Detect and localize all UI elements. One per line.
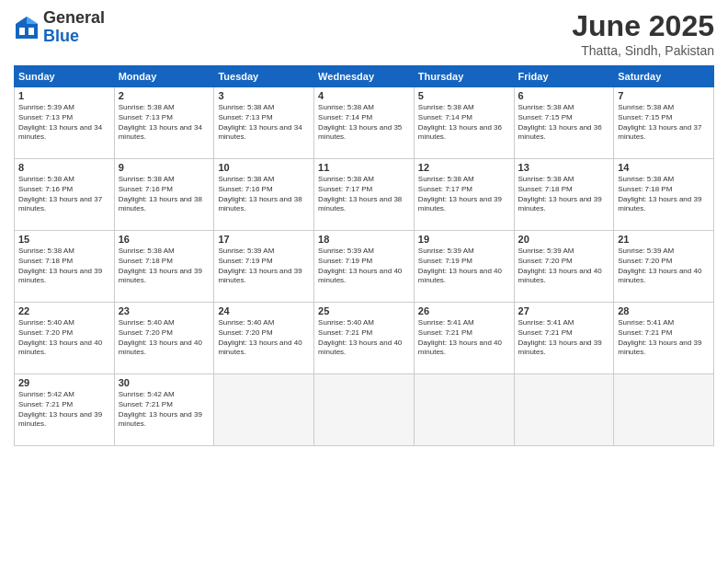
calendar-cell: 5 Sunrise: 5:38 AMSunset: 7:14 PMDayligh… (414, 87, 514, 159)
logo-general-text: General (43, 9, 105, 28)
header-cell-thursday: Thursday (414, 66, 514, 87)
day-number: 14 (618, 162, 710, 173)
logo-blue-text: Blue (43, 28, 105, 46)
day-info: Sunrise: 5:38 AMSunset: 7:15 PMDaylight:… (518, 103, 610, 143)
day-number: 23 (119, 305, 210, 316)
day-number: 2 (119, 90, 210, 101)
day-info: Sunrise: 5:38 AMSunset: 7:13 PMDaylight:… (119, 103, 210, 143)
day-info: Sunrise: 5:40 AMSunset: 7:20 PMDaylight:… (218, 318, 310, 358)
title-block: June 2025 Thatta, Sindh, Pakistan (572, 9, 714, 58)
calendar-cell (614, 374, 714, 446)
header-cell-monday: Monday (114, 66, 214, 87)
calendar-header: SundayMondayTuesdayWednesdayThursdayFrid… (15, 66, 714, 87)
svg-rect-2 (19, 28, 25, 35)
calendar-cell: 30 Sunrise: 5:42 AMSunset: 7:21 PMDaylig… (114, 374, 214, 446)
day-number: 30 (119, 377, 210, 388)
calendar-cell: 20 Sunrise: 5:39 AMSunset: 7:20 PMDaylig… (514, 231, 614, 303)
day-info: Sunrise: 5:39 AMSunset: 7:19 PMDaylight:… (318, 247, 410, 286)
day-number: 9 (119, 162, 210, 173)
day-info: Sunrise: 5:39 AMSunset: 7:19 PMDaylight:… (218, 247, 310, 286)
day-number: 20 (518, 234, 610, 245)
day-number: 19 (418, 234, 510, 245)
calendar-cell: 9 Sunrise: 5:38 AMSunset: 7:16 PMDayligh… (114, 159, 214, 231)
day-info: Sunrise: 5:38 AMSunset: 7:16 PMDaylight:… (18, 175, 110, 214)
day-number: 21 (618, 234, 710, 245)
calendar-table: SundayMondayTuesdayWednesdayThursdayFrid… (14, 65, 714, 446)
day-number: 8 (18, 162, 110, 173)
calendar-cell: 29 Sunrise: 5:42 AMSunset: 7:21 PMDaylig… (15, 374, 115, 446)
header-cell-tuesday: Tuesday (214, 66, 314, 87)
calendar-cell: 24 Sunrise: 5:40 AMSunset: 7:20 PMDaylig… (214, 303, 314, 374)
day-number: 11 (318, 162, 410, 173)
calendar-row-4: 29 Sunrise: 5:42 AMSunset: 7:21 PMDaylig… (15, 374, 714, 446)
day-number: 26 (418, 305, 510, 316)
day-number: 13 (518, 162, 610, 173)
calendar-row-2: 15 Sunrise: 5:38 AMSunset: 7:18 PMDaylig… (15, 231, 714, 303)
calendar-subtitle: Thatta, Sindh, Pakistan (572, 43, 714, 58)
day-info: Sunrise: 5:39 AMSunset: 7:20 PMDaylight:… (618, 247, 710, 286)
day-info: Sunrise: 5:41 AMSunset: 7:21 PMDaylight:… (518, 318, 610, 358)
day-info: Sunrise: 5:38 AMSunset: 7:17 PMDaylight:… (418, 175, 510, 214)
logo-text: General Blue (43, 9, 105, 46)
calendar-cell (214, 374, 314, 446)
day-number: 4 (318, 90, 410, 101)
day-info: Sunrise: 5:40 AMSunset: 7:21 PMDaylight:… (318, 318, 410, 358)
header: General Blue June 2025 Thatta, Sindh, Pa… (14, 9, 714, 58)
calendar-cell: 7 Sunrise: 5:38 AMSunset: 7:15 PMDayligh… (614, 87, 714, 159)
calendar-cell (414, 374, 514, 446)
day-info: Sunrise: 5:41 AMSunset: 7:21 PMDaylight:… (618, 318, 710, 358)
day-info: Sunrise: 5:38 AMSunset: 7:13 PMDaylight:… (218, 103, 310, 143)
header-cell-friday: Friday (514, 66, 614, 87)
calendar-cell: 27 Sunrise: 5:41 AMSunset: 7:21 PMDaylig… (514, 303, 614, 374)
calendar-row-3: 22 Sunrise: 5:40 AMSunset: 7:20 PMDaylig… (15, 303, 714, 374)
day-number: 15 (18, 234, 110, 245)
day-number: 22 (18, 305, 110, 316)
calendar-cell: 15 Sunrise: 5:38 AMSunset: 7:18 PMDaylig… (15, 231, 115, 303)
day-number: 29 (18, 377, 110, 388)
day-info: Sunrise: 5:42 AMSunset: 7:21 PMDaylight:… (18, 390, 110, 430)
day-info: Sunrise: 5:39 AMSunset: 7:13 PMDaylight:… (18, 103, 110, 143)
calendar-cell: 23 Sunrise: 5:40 AMSunset: 7:20 PMDaylig… (114, 303, 214, 374)
day-info: Sunrise: 5:38 AMSunset: 7:17 PMDaylight:… (318, 175, 410, 214)
day-info: Sunrise: 5:38 AMSunset: 7:16 PMDaylight:… (119, 175, 210, 214)
calendar-cell (314, 374, 415, 446)
calendar-cell: 17 Sunrise: 5:39 AMSunset: 7:19 PMDaylig… (214, 231, 314, 303)
day-number: 17 (218, 234, 310, 245)
header-cell-saturday: Saturday (614, 66, 714, 87)
calendar-cell: 3 Sunrise: 5:38 AMSunset: 7:13 PMDayligh… (214, 87, 314, 159)
svg-marker-1 (27, 17, 38, 24)
calendar-cell: 4 Sunrise: 5:38 AMSunset: 7:14 PMDayligh… (314, 87, 415, 159)
day-number: 16 (119, 234, 210, 245)
calendar-cell: 1 Sunrise: 5:39 AMSunset: 7:13 PMDayligh… (15, 87, 115, 159)
day-number: 25 (318, 305, 410, 316)
calendar-cell: 6 Sunrise: 5:38 AMSunset: 7:15 PMDayligh… (514, 87, 614, 159)
calendar-cell: 28 Sunrise: 5:41 AMSunset: 7:21 PMDaylig… (614, 303, 714, 374)
day-number: 12 (418, 162, 510, 173)
calendar-cell: 10 Sunrise: 5:38 AMSunset: 7:16 PMDaylig… (214, 159, 314, 231)
day-number: 5 (418, 90, 510, 101)
day-info: Sunrise: 5:38 AMSunset: 7:18 PMDaylight:… (518, 175, 610, 214)
day-info: Sunrise: 5:39 AMSunset: 7:20 PMDaylight:… (518, 247, 610, 286)
calendar-cell: 2 Sunrise: 5:38 AMSunset: 7:13 PMDayligh… (114, 87, 214, 159)
day-info: Sunrise: 5:40 AMSunset: 7:20 PMDaylight:… (18, 318, 110, 358)
page: General Blue June 2025 Thatta, Sindh, Pa… (0, 0, 728, 563)
calendar-cell: 11 Sunrise: 5:38 AMSunset: 7:17 PMDaylig… (314, 159, 415, 231)
calendar-cell: 18 Sunrise: 5:39 AMSunset: 7:19 PMDaylig… (314, 231, 415, 303)
day-number: 6 (518, 90, 610, 101)
day-number: 28 (618, 305, 710, 316)
day-info: Sunrise: 5:38 AMSunset: 7:15 PMDaylight:… (618, 103, 710, 143)
calendar-cell: 19 Sunrise: 5:39 AMSunset: 7:19 PMDaylig… (414, 231, 514, 303)
calendar-cell: 12 Sunrise: 5:38 AMSunset: 7:17 PMDaylig… (414, 159, 514, 231)
calendar-cell: 14 Sunrise: 5:38 AMSunset: 7:18 PMDaylig… (614, 159, 714, 231)
calendar-row-1: 8 Sunrise: 5:38 AMSunset: 7:16 PMDayligh… (15, 159, 714, 231)
logo: General Blue (14, 9, 105, 46)
day-info: Sunrise: 5:40 AMSunset: 7:20 PMDaylight:… (119, 318, 210, 358)
day-info: Sunrise: 5:38 AMSunset: 7:18 PMDaylight:… (618, 175, 710, 214)
calendar-row-0: 1 Sunrise: 5:39 AMSunset: 7:13 PMDayligh… (15, 87, 714, 159)
logo-icon (14, 15, 40, 40)
header-row: SundayMondayTuesdayWednesdayThursdayFrid… (15, 66, 714, 87)
day-info: Sunrise: 5:38 AMSunset: 7:18 PMDaylight:… (18, 247, 110, 286)
day-info: Sunrise: 5:38 AMSunset: 7:14 PMDaylight:… (318, 103, 410, 143)
day-number: 10 (218, 162, 310, 173)
day-info: Sunrise: 5:38 AMSunset: 7:16 PMDaylight:… (218, 175, 310, 214)
